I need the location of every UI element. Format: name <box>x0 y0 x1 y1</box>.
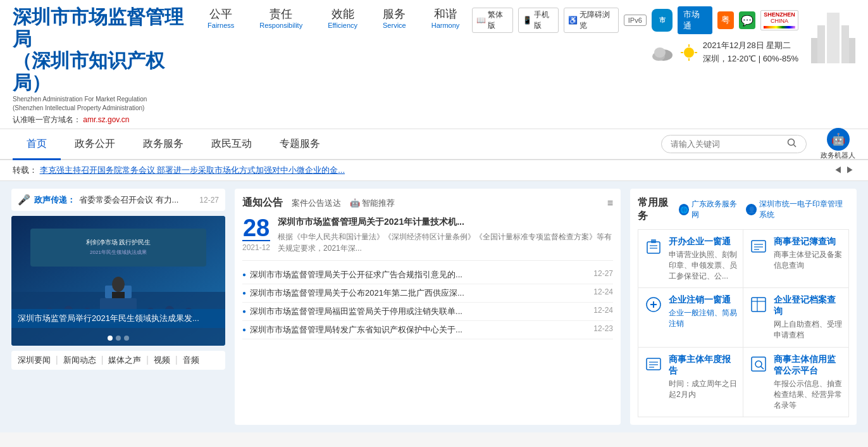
link-audio[interactable]: 音频 <box>183 355 199 366</box>
right-panel: 常用服务 🌐 广东政务服务网 👤 深圳市统一电子印章管理系统 <box>630 189 857 425</box>
notice-date-1: 12-27 <box>593 269 613 278</box>
notice-text-2[interactable]: 深圳市市场监督管理局关于公布2021年第二批广西供应深... <box>250 287 590 299</box>
traditional-btn[interactable]: 📖 繁体版 <box>472 8 512 33</box>
voice-label: 政声传递： <box>34 194 75 206</box>
slogan-area: 公平 Fairness 责任 Responsibility 效能 Efficie… <box>208 6 459 29</box>
ipv6-badge: IPv6 <box>624 15 647 26</box>
service-desc-5: 时间：成立周年之日起2月内 <box>669 379 738 400</box>
wechat-icon[interactable]: 💬 <box>739 11 755 29</box>
slogan-fairness: 公平 Fairness <box>208 6 234 29</box>
date-text: 2021年12月28日 星期二 <box>703 39 798 53</box>
svg-point-3 <box>684 47 694 58</box>
notice-item-4: ● 深圳市市场监督管理局转发广东省知识产权保护中心关于... 12-23 <box>242 321 613 339</box>
shenzhen-seal-link[interactable]: 👤 深圳市统一电子印章管理系统 <box>746 199 849 220</box>
service-name-2[interactable]: 商事登记簿查询 <box>774 236 843 248</box>
market-icon[interactable]: 市 <box>652 9 673 32</box>
search-field[interactable] <box>661 135 807 153</box>
search-input[interactable] <box>671 139 787 149</box>
service-desc-1: 申请营业执照、刻制印章、申领发票、员工参保登记、公... <box>669 249 738 281</box>
voice-text[interactable]: 省委常委会召开会议 有力... <box>79 194 195 206</box>
notice-tab-case[interactable]: 案件公告送达 <box>288 198 345 209</box>
bullet-icon: ● <box>242 326 246 333</box>
notice-date-2: 12-24 <box>593 287 613 296</box>
accessibility-icon: ♿ <box>568 16 578 25</box>
person-icon: 👤 <box>746 204 756 215</box>
ticker-prev[interactable]: ◀ <box>833 165 843 176</box>
notice-item-1: ● 深圳市市场监督管理局关于公开征求广告合规指引意见的... 12-27 <box>242 266 613 284</box>
nav-interaction[interactable]: 政民互动 <box>197 129 266 160</box>
svg-point-2 <box>654 47 666 58</box>
notice-text-1[interactable]: 深圳市市场监督管理局关于公开征求广告合规指引意见的... <box>250 269 590 280</box>
robot-label: 政务机器人 <box>821 151 855 160</box>
slogan-items: 公平 Fairness 责任 Responsibility 效能 Efficie… <box>208 6 459 29</box>
service-name-1[interactable]: 开办企业一窗通 <box>669 236 738 248</box>
slide-dot-3[interactable] <box>124 336 129 341</box>
wechat-symbol: 💬 <box>741 15 753 27</box>
bullet-icon: ● <box>242 271 246 278</box>
slide-caption-bar: 深圳市场监管局举行2021年民生领域执法成果发... <box>11 309 225 328</box>
link-video[interactable]: 视频 <box>154 355 170 366</box>
robot-button[interactable]: 🤖 政务机器人 <box>821 128 855 160</box>
svg-text:2021年民生领域执法成果: 2021年民生领域执法成果 <box>90 249 147 255</box>
accessibility-btn[interactable]: ♿ 无障碍浏览 <box>564 8 619 33</box>
featured-year-month: 2021-12 <box>242 240 270 252</box>
link-media-voice[interactable]: 媒体之声 <box>108 355 141 366</box>
guangdong-service-link[interactable]: 🌐 广东政务服务网 <box>679 199 740 220</box>
sun-icon <box>680 44 698 61</box>
ticker-content: 转载： 李克强主持召开国务院常务会议 部署进一步采取市场化方式加强对中小微企业的… <box>13 165 826 176</box>
market-link-btn[interactable]: 市场通 <box>678 6 712 34</box>
svg-rect-17 <box>30 229 206 267</box>
service-name-4[interactable]: 企业登记档案查询 <box>774 294 843 317</box>
slide-dot-1[interactable] <box>108 336 113 341</box>
logo-domain: 认准唯一官方域名： amr.sz.gov.cn <box>13 115 195 125</box>
svg-rect-10 <box>841 25 849 63</box>
notice-title: 通知公告 <box>242 196 283 210</box>
service-icon-5 <box>643 354 664 374</box>
service-name-5[interactable]: 商事主体年度报告 <box>669 354 738 377</box>
notice-item-3: ● 深圳市市场监督管理局福田监管局关于停用或注销失联单... 12-24 <box>242 303 613 321</box>
ticker-link[interactable]: 李克强主持召开国务院常务会议 部署进一步采取市场化方式加强对中小微企业的金... <box>40 165 345 175</box>
notice-date-3: 12-24 <box>593 306 613 315</box>
ticker-next[interactable]: ▶ <box>845 165 855 176</box>
gov-icon[interactable]: 粤 <box>717 11 734 29</box>
services-ext-links: 🌐 广东政务服务网 👤 深圳市统一电子印章管理系统 <box>679 199 849 220</box>
ticker-arrows: ◀ ▶ <box>833 165 855 176</box>
link-news-dynamic[interactable]: 新闻动态 <box>63 355 96 366</box>
service-name-3[interactable]: 企业注销一窗通 <box>669 294 738 306</box>
slide-dots <box>108 336 129 341</box>
svg-rect-9 <box>817 25 825 63</box>
featured-content: 深圳市市场监督管理局关于2021年计量技术机... 根据《中华人民共和国计量法》… <box>278 216 613 254</box>
nav-home[interactable]: 首页 <box>13 129 61 160</box>
notice-more-btn[interactable]: ≡ <box>607 198 613 209</box>
svg-point-13 <box>788 139 795 146</box>
search-button[interactable] <box>787 138 797 150</box>
weather-text: 深圳，12-20℃ | 60%-85% <box>703 53 798 66</box>
notice-smart-recommend[interactable]: 🤖 智能推荐 <box>350 198 395 209</box>
svg-rect-33 <box>651 239 656 243</box>
slide-dot-2[interactable] <box>116 336 121 341</box>
service-desc-4: 网上自助查档、受理申请查档 <box>774 319 843 341</box>
featured-title[interactable]: 深圳市市场监督管理局关于2021年计量技术机... <box>278 216 613 229</box>
service-item-4: 企业登记档案查询 网上自助查档、受理申请查档 <box>743 288 848 348</box>
nav-service[interactable]: 政务服务 <box>129 129 197 160</box>
notice-text-3[interactable]: 深圳市市场监督管理局福田监管局关于停用或注销失联单... <box>250 306 590 317</box>
weather-area: 2021年12月28日 星期二 深圳，12-20℃ | 60%-85% <box>650 39 798 66</box>
nav-special[interactable]: 专题服务 <box>266 129 334 160</box>
slideshow: 利剑净市场 践行护民生 2021年民生领域执法成果 <box>11 216 225 346</box>
link-shenzhen-news[interactable]: 深圳要闻 <box>18 355 51 366</box>
notice-text-4[interactable]: 深圳市市场监督管理局转发广东省知识产权保护中心关于... <box>250 324 590 336</box>
nav-disclosure[interactable]: 政务公开 <box>61 129 129 160</box>
service-body-4: 企业登记档案查询 网上自助查档、受理申请查档 <box>774 294 843 341</box>
service-icon-6 <box>748 354 769 374</box>
service-item-6: 商事主体信用监管公示平台 年报公示信息、抽查检查结果、经营异常名录等 <box>743 348 848 417</box>
search-wrap: 🤖 政务机器人 <box>661 128 855 160</box>
mobile-btn[interactable]: 📱 手机版 <box>518 8 559 33</box>
bullet-icon: ● <box>242 289 246 296</box>
service-body-5: 商事主体年度报告 时间：成立周年之日起2月内 <box>669 354 738 400</box>
svg-rect-44 <box>647 358 660 370</box>
service-item-2: 商事登记簿查询 商事主体登记及备案信息查询 <box>743 230 848 288</box>
globe-icon: 🌐 <box>679 204 689 215</box>
search-icon <box>787 138 797 148</box>
slide-caption: 深圳市场监管局举行2021年民生领域执法成果发... <box>18 313 199 323</box>
service-name-6[interactable]: 商事主体信用监管公示平台 <box>774 354 843 377</box>
